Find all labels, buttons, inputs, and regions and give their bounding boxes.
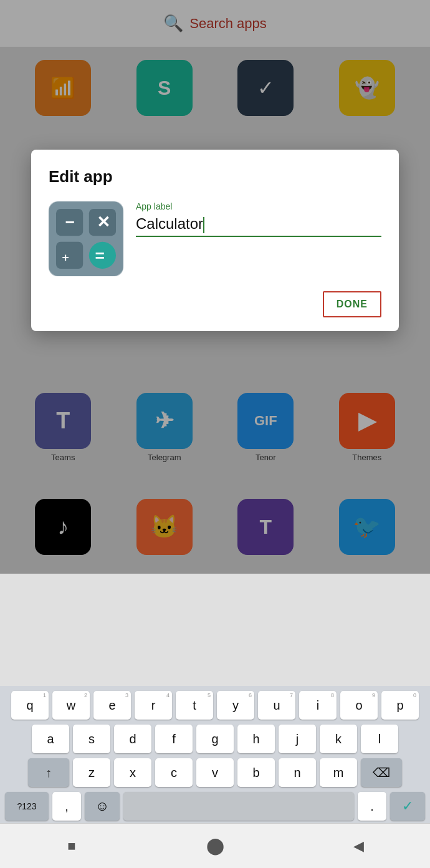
svg-text:+: +: [62, 251, 69, 264]
key-n[interactable]: n: [279, 758, 316, 787]
dialog-overlay: Edit app − ✕ + = App label: [0, 0, 430, 574]
done-button[interactable]: DONE: [323, 291, 381, 317]
key-s[interactable]: s: [73, 725, 110, 753]
app-label-section: App label Calculator: [136, 201, 381, 237]
dialog-footer: DONE: [49, 291, 381, 317]
key-m[interactable]: m: [320, 758, 357, 787]
nav-back-button[interactable]: ◀: [343, 831, 374, 862]
key-i[interactable]: 8i: [299, 691, 337, 720]
keyboard-row-1: 1q 2w 3e 4r 5t 6y 7u 8i 9o 0p: [2, 691, 428, 720]
stop-icon: ■: [67, 838, 75, 854]
key-x[interactable]: x: [114, 758, 151, 787]
key-y[interactable]: 6y: [217, 691, 254, 720]
nav-bar: ■ ⬤ ◀: [0, 823, 430, 868]
app-label-value: Calculator: [136, 215, 203, 232]
svg-rect-3: [56, 242, 83, 269]
spacebar-key[interactable]: [123, 792, 354, 821]
key-d[interactable]: d: [114, 725, 151, 753]
home-icon: ⬤: [206, 836, 224, 856]
key-t[interactable]: 5t: [176, 691, 213, 720]
back-icon: ◀: [353, 838, 364, 854]
app-label-title: App label: [136, 201, 381, 211]
keyboard-bottom-row: ?123 , ☺ . ✓: [2, 792, 428, 821]
svg-text:−: −: [65, 213, 74, 231]
shift-key[interactable]: ↑: [28, 758, 69, 787]
key-z[interactable]: z: [73, 758, 110, 787]
nav-home-button[interactable]: ⬤: [199, 831, 231, 862]
comma-key[interactable]: ,: [52, 792, 81, 821]
key-l[interactable]: l: [361, 725, 398, 753]
key-b[interactable]: b: [237, 758, 275, 787]
calculator-icon-svg: − ✕ + =: [49, 201, 123, 276]
dialog-title: Edit app: [49, 167, 381, 186]
keyboard-row-3: ↑ z x c v b n m ⌫: [2, 758, 428, 787]
key-w[interactable]: 2w: [52, 691, 90, 720]
key-e[interactable]: 3e: [93, 691, 131, 720]
app-icon-preview: − ✕ + =: [49, 201, 123, 276]
enter-key[interactable]: ✓: [390, 792, 425, 821]
key-h[interactable]: h: [237, 725, 275, 753]
svg-text:=: =: [95, 246, 104, 265]
key-j[interactable]: j: [279, 725, 316, 753]
text-cursor: [203, 217, 204, 233]
symbols-key[interactable]: ?123: [5, 792, 49, 821]
key-c[interactable]: c: [155, 758, 193, 787]
svg-text:✕: ✕: [97, 213, 110, 231]
emoji-key[interactable]: ☺: [85, 792, 120, 821]
nav-stop-button[interactable]: ■: [56, 831, 87, 862]
key-a[interactable]: a: [32, 725, 69, 753]
keyboard: 1q 2w 3e 4r 5t 6y 7u 8i 9o 0p a s d f g …: [0, 686, 430, 823]
app-label-display[interactable]: Calculator: [136, 215, 381, 237]
key-q[interactable]: 1q: [11, 691, 49, 720]
keyboard-row-2: a s d f g h j k l: [2, 725, 428, 753]
key-r[interactable]: 4r: [135, 691, 172, 720]
key-u[interactable]: 7u: [258, 691, 295, 720]
edit-app-dialog: Edit app − ✕ + = App label: [31, 150, 399, 331]
key-p[interactable]: 0p: [381, 691, 419, 720]
key-f[interactable]: f: [155, 725, 193, 753]
key-o[interactable]: 9o: [340, 691, 378, 720]
dialog-body: − ✕ + = App label Calculator: [49, 201, 381, 276]
backspace-key[interactable]: ⌫: [361, 758, 402, 787]
key-v[interactable]: v: [196, 758, 234, 787]
period-key[interactable]: .: [358, 792, 386, 821]
key-k[interactable]: k: [320, 725, 357, 753]
key-g[interactable]: g: [196, 725, 234, 753]
app-label-input-wrapper[interactable]: Calculator: [136, 215, 381, 237]
